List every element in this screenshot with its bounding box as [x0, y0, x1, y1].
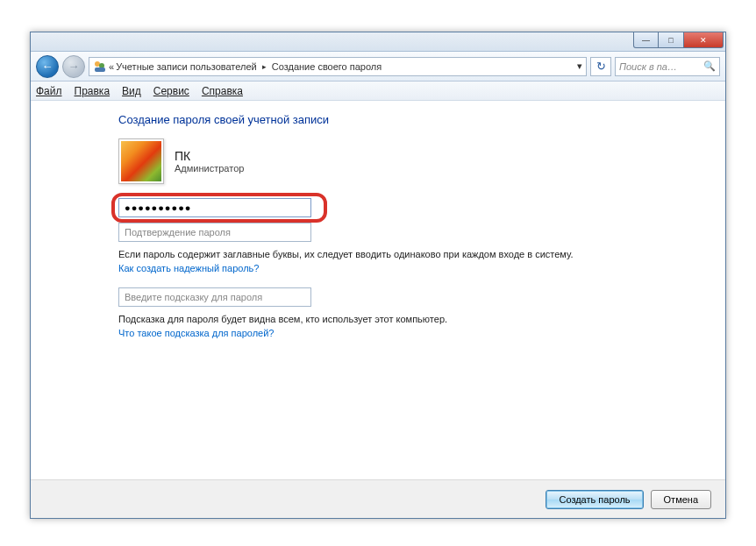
- menu-file[interactable]: Файл: [36, 85, 62, 97]
- search-input[interactable]: Поиск в па… 🔍: [615, 57, 720, 76]
- breadcrumb[interactable]: « Учетные записи пользователей ▸ Создани…: [89, 57, 587, 76]
- user-info: ПК Администратор: [118, 138, 725, 184]
- cancel-button[interactable]: Отмена: [651, 490, 711, 509]
- password-input[interactable]: ●●●●●●●●●●: [118, 198, 311, 217]
- strong-password-link[interactable]: Как создать надежный пароль?: [118, 263, 725, 273]
- user-name: ПК: [175, 149, 244, 163]
- menu-tools[interactable]: Сервис: [153, 85, 189, 97]
- avatar: [118, 138, 164, 184]
- hint-input[interactable]: Введите подсказку для пароля: [118, 287, 311, 307]
- users-icon: [93, 60, 107, 74]
- caps-info-text: Если пароль содержит заглавные буквы, их…: [118, 249, 725, 259]
- hint-info-text: Подсказка для пароля будет видна всем, к…: [118, 314, 725, 324]
- back-button[interactable]: ←: [36, 55, 59, 78]
- user-role: Администратор: [175, 163, 244, 174]
- close-button[interactable]: ✕: [684, 32, 724, 48]
- minimize-button[interactable]: —: [633, 32, 659, 48]
- search-icon: 🔍: [703, 60, 716, 72]
- page-title: Создание пароля своей учетной записи: [118, 113, 725, 126]
- maximize-button[interactable]: □: [659, 32, 684, 48]
- refresh-button[interactable]: ↻: [590, 57, 611, 76]
- menu-view[interactable]: Вид: [122, 85, 141, 97]
- window-controls: — □ ✕: [633, 32, 724, 48]
- forward-button: →: [62, 55, 85, 78]
- breadcrumb-prefix: «: [109, 61, 114, 72]
- breadcrumb-seg-1[interactable]: Учетные записи пользователей: [116, 61, 257, 72]
- chevron-right-icon[interactable]: ▸: [259, 62, 270, 71]
- breadcrumb-seg-2[interactable]: Создание своего пароля: [272, 61, 382, 72]
- breadcrumb-dropdown[interactable]: ▾: [577, 60, 582, 72]
- password-field-wrap: ●●●●●●●●●●: [118, 198, 320, 217]
- footer: Создать пароль Отмена: [31, 479, 725, 518]
- navigation-bar: ← → « Учетные записи пользователей ▸ Соз…: [31, 52, 725, 82]
- menu-edit[interactable]: Правка: [75, 85, 111, 97]
- menubar: Файл Правка Вид Сервис Справка: [31, 82, 725, 101]
- search-placeholder: Поиск в па…: [619, 61, 677, 72]
- hint-help-link[interactable]: Что такое подсказка для паролей?: [118, 328, 725, 338]
- content-area: Создание пароля своей учетной записи ПК …: [31, 101, 725, 479]
- create-password-button[interactable]: Создать пароль: [546, 490, 643, 509]
- confirm-password-input[interactable]: Подтверждение пароля: [118, 223, 311, 242]
- titlebar: — □ ✕: [31, 32, 725, 52]
- window: — □ ✕ ← → « Учетные записи пользователей…: [30, 32, 726, 519]
- menu-help[interactable]: Справка: [202, 85, 243, 97]
- svg-rect-2: [95, 67, 105, 72]
